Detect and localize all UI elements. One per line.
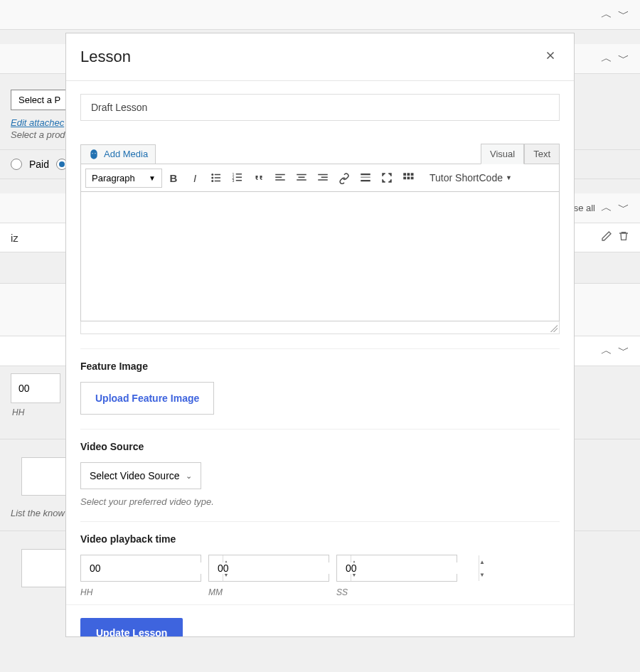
playback-ss-input[interactable] — [337, 562, 479, 574]
svg-rect-12 — [275, 174, 285, 176]
italic-button[interactable]: I — [185, 168, 205, 188]
align-center-button[interactable] — [292, 168, 311, 188]
svg-text:3: 3 — [233, 178, 235, 183]
fullscreen-button[interactable] — [377, 168, 397, 188]
spinner-up[interactable]: ▲ — [479, 555, 485, 568]
svg-rect-3 — [215, 177, 220, 178]
toolbar-toggle-button[interactable] — [398, 168, 418, 188]
read-more-button[interactable] — [356, 168, 375, 188]
modal-title: Lesson — [80, 48, 131, 66]
update-lesson-button[interactable]: Update Lesson — [80, 618, 183, 636]
tab-text[interactable]: Text — [524, 144, 560, 164]
modal-footer: Update Lesson — [66, 604, 574, 636]
video-source-select[interactable]: Select Video Source ⌄ — [80, 462, 201, 489]
svg-rect-22 — [361, 177, 370, 178]
editor-status-bar — [80, 321, 560, 334]
svg-rect-18 — [318, 174, 328, 176]
svg-rect-26 — [411, 173, 414, 176]
svg-point-2 — [211, 177, 213, 179]
playback-hh-label: HH — [80, 587, 201, 597]
editor-toolbar: Paragraph ▼ B I 123 Tutor — [80, 164, 560, 192]
playback-mm-input[interactable] — [209, 562, 351, 574]
svg-rect-20 — [318, 179, 328, 181]
lesson-title-input[interactable] — [80, 94, 560, 121]
align-right-button[interactable] — [313, 168, 333, 188]
upload-feature-image-button[interactable]: Upload Feature Image — [80, 382, 214, 415]
numbered-list-button[interactable]: 123 — [228, 168, 247, 188]
link-button[interactable] — [334, 168, 354, 188]
svg-rect-5 — [215, 181, 220, 182]
svg-rect-7 — [236, 174, 242, 175]
blockquote-button[interactable] — [249, 168, 269, 188]
feature-image-label: Feature Image — [80, 361, 560, 372]
video-source-label: Video Source — [80, 441, 560, 452]
add-media-label: Add Media — [104, 149, 148, 159]
format-select[interactable]: Paragraph ▼ — [85, 169, 162, 188]
svg-rect-25 — [407, 173, 410, 176]
tab-visual[interactable]: Visual — [481, 144, 524, 164]
playback-mm-label: MM — [208, 587, 329, 597]
align-left-button[interactable] — [270, 168, 290, 188]
svg-rect-1 — [215, 174, 220, 176]
svg-rect-16 — [299, 177, 305, 178]
editor-mode-tabs: Visual Text — [481, 144, 560, 164]
add-media-button[interactable]: Add Media — [80, 144, 156, 164]
svg-rect-27 — [403, 177, 406, 180]
close-button[interactable] — [541, 46, 560, 68]
svg-rect-23 — [361, 180, 370, 181]
video-source-select-label: Select Video Source — [90, 470, 180, 481]
svg-rect-9 — [236, 177, 242, 178]
lesson-modal: Lesson Add Media Visual Text — [65, 33, 575, 637]
svg-rect-17 — [297, 179, 306, 181]
video-source-helper: Select your preferred video type. — [80, 496, 560, 507]
bold-button[interactable]: B — [164, 168, 183, 188]
modal-overlay: Lesson Add Media Visual Text — [0, 0, 640, 672]
bullet-list-button[interactable] — [206, 168, 226, 188]
modal-header: Lesson — [66, 33, 574, 81]
video-playback-label: Video playback time — [80, 533, 560, 545]
tutor-shortcode-label: Tutor ShortCode — [430, 172, 503, 183]
format-select-label: Paragraph — [92, 173, 135, 183]
playback-hh-input[interactable] — [81, 562, 223, 574]
svg-rect-21 — [361, 174, 370, 175]
svg-rect-13 — [275, 177, 282, 178]
editor-content-area[interactable] — [80, 192, 560, 321]
playback-ss-label: SS — [336, 587, 457, 597]
svg-rect-11 — [236, 180, 242, 181]
svg-rect-29 — [411, 177, 414, 180]
svg-rect-15 — [297, 174, 306, 176]
svg-point-4 — [211, 180, 213, 182]
svg-rect-19 — [321, 177, 328, 178]
svg-rect-28 — [407, 177, 410, 180]
svg-rect-24 — [403, 173, 406, 176]
svg-rect-14 — [275, 179, 285, 181]
spinner-down[interactable]: ▼ — [479, 568, 485, 581]
tutor-shortcode-button[interactable]: Tutor ShortCode ▼ — [424, 169, 518, 186]
svg-point-0 — [211, 174, 213, 176]
